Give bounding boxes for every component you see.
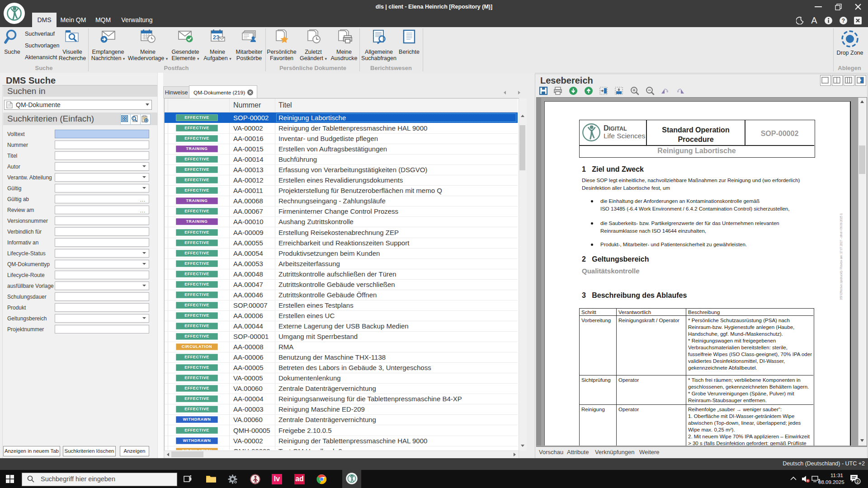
svg-text:2: 2 <box>856 479 859 484</box>
svg-text:?: ? <box>842 18 845 24</box>
svg-text:23: 23 <box>213 34 219 41</box>
